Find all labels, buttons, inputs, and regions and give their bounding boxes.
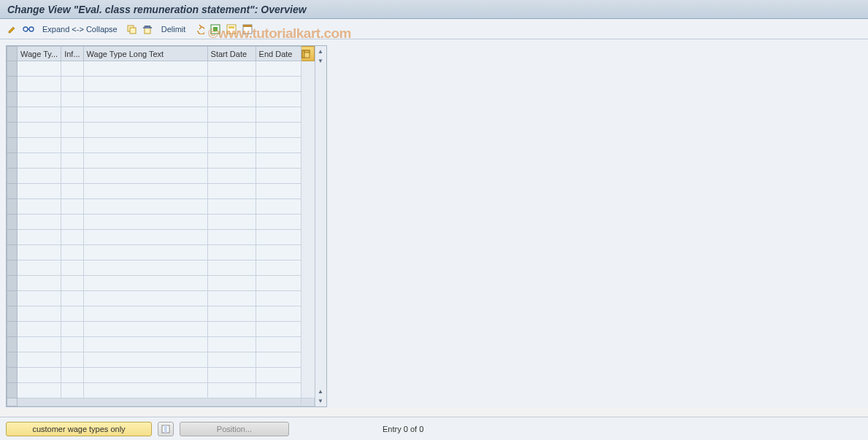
position-button[interactable]: Position... xyxy=(180,422,289,436)
table-row[interactable] xyxy=(7,352,315,368)
table-row[interactable] xyxy=(7,322,315,337)
selector-header[interactable] xyxy=(7,47,18,61)
svg-rect-15 xyxy=(164,425,167,433)
table-row[interactable] xyxy=(7,306,315,322)
scroll-up-icon[interactable]: ▲ xyxy=(318,48,323,55)
table-row[interactable] xyxy=(7,368,315,383)
title-bar: Change View "Eval. class remuneration st… xyxy=(0,0,868,19)
table-row[interactable] xyxy=(7,199,315,215)
table-row[interactable] xyxy=(7,260,315,276)
vertical-scrollbar[interactable]: ▲ ▼ ▲ ▼ xyxy=(315,46,326,406)
col-wage-type[interactable]: Wage Ty... xyxy=(18,47,61,61)
col-long-text[interactable]: Wage Type Long Text xyxy=(83,47,207,61)
table-row[interactable] xyxy=(7,92,315,107)
table-row[interactable] xyxy=(7,383,315,398)
horiz-scroll-row[interactable] xyxy=(7,398,315,406)
table-row[interactable] xyxy=(7,123,315,138)
app-toolbar: Expand <-> Collapse Delimit xyxy=(0,19,868,39)
footer-bar: customer wage types only Position... Ent… xyxy=(0,417,868,440)
table-row[interactable] xyxy=(7,184,315,199)
svg-rect-13 xyxy=(304,50,310,53)
table-row[interactable] xyxy=(7,276,315,291)
table-row[interactable] xyxy=(7,291,315,306)
svg-point-0 xyxy=(23,27,28,31)
table-row[interactable] xyxy=(7,153,315,169)
position-icon-button[interactable] xyxy=(158,422,174,436)
svg-rect-3 xyxy=(130,28,136,34)
expand-collapse-button[interactable]: Expand <-> Collapse xyxy=(38,25,122,34)
scroll-up2-icon[interactable]: ▲ xyxy=(318,388,323,395)
page-title: Change View "Eval. class remuneration st… xyxy=(7,4,307,15)
wage-type-table: Wage Ty... Inf... Wage Type Long Text St… xyxy=(7,46,315,406)
table-row[interactable] xyxy=(7,337,315,352)
content-area: Wage Ty... Inf... Wage Type Long Text St… xyxy=(0,39,868,408)
entry-count: Entry 0 of 0 xyxy=(383,425,423,433)
delimit-button[interactable]: Delimit xyxy=(157,25,191,34)
col-inf[interactable]: Inf... xyxy=(61,47,83,61)
col-end-date[interactable]: End Date xyxy=(256,47,301,61)
table-row[interactable] xyxy=(7,169,315,184)
table-row[interactable] xyxy=(7,215,315,230)
copy-icon[interactable] xyxy=(125,23,138,36)
glasses-icon[interactable] xyxy=(22,23,35,36)
data-grid: Wage Ty... Inf... Wage Type Long Text St… xyxy=(6,45,327,407)
delete-icon[interactable] xyxy=(141,23,154,36)
scroll-down-icon[interactable]: ▼ xyxy=(318,58,323,64)
scroll-down2-icon[interactable]: ▼ xyxy=(318,398,323,404)
table-row[interactable] xyxy=(7,61,315,77)
undo-icon[interactable] xyxy=(193,23,206,36)
table-row[interactable] xyxy=(7,230,315,245)
table-row[interactable] xyxy=(7,245,315,260)
watermark-text: ©www.tutorialkart.com xyxy=(208,26,351,42)
edit-icon[interactable] xyxy=(6,23,19,36)
table-settings-icon[interactable] xyxy=(301,47,314,61)
col-start-date[interactable]: Start Date xyxy=(207,47,256,61)
table-row[interactable] xyxy=(7,77,315,92)
svg-point-1 xyxy=(29,27,34,31)
customer-wage-types-button[interactable]: customer wage types only xyxy=(6,422,152,436)
table-row[interactable] xyxy=(7,138,315,153)
table-row[interactable] xyxy=(7,107,315,123)
